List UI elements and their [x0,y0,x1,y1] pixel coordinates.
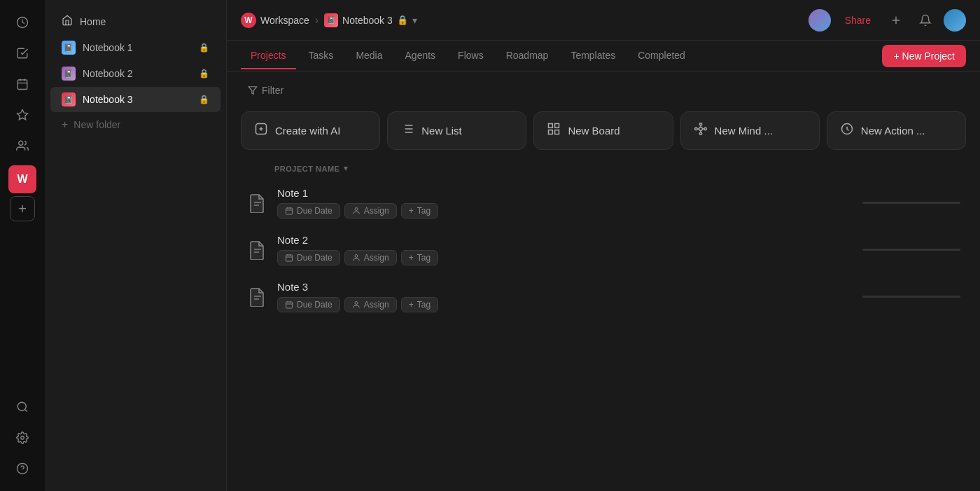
project-sort-header[interactable]: PROJECT NAME ▾ [241,161,966,180]
note-2-due-date-button[interactable]: Due Date [277,250,340,265]
note-1-tag-button[interactable]: + Tag [401,203,438,219]
project-row-note-3[interactable]: Note 3 Due Date Assign + Tag [241,274,966,319]
sidebar-icon-star[interactable] [8,101,36,129]
sidebar-item-notebook-1[interactable]: 📓 Notebook 1 🔒 [50,35,220,60]
note-3-doc-icon [246,286,269,308]
notebook-3-icon: 📓 [62,92,76,106]
svg-point-56 [355,302,358,305]
notebook-2-icon: 📓 [62,67,76,81]
new-project-button[interactable]: + New Project [882,45,966,67]
tab-roadmap[interactable]: Roadmap [496,43,559,69]
workspace-breadcrumb[interactable]: W Workspace [241,13,309,28]
note-3-actions [862,296,960,298]
left-sidebar: Home 📓 Notebook 1 🔒 📓 Notebook 2 🔒 📓 Not… [45,0,227,491]
assign-icon [352,207,360,215]
svg-rect-25 [549,130,553,134]
sidebar-item-home[interactable]: Home [50,9,220,34]
tab-templates[interactable]: Templates [561,43,625,69]
share-button[interactable]: Share [838,11,878,30]
notebook-breadcrumb-chevron-icon[interactable]: ▾ [412,15,417,26]
svg-rect-45 [286,255,293,261]
svg-point-27 [699,123,701,125]
svg-rect-23 [555,124,559,128]
sidebar-icon-help[interactable] [8,455,36,483]
sidebar-icon-users[interactable] [8,132,36,160]
note-1-actions [862,202,960,204]
tab-tasks[interactable]: Tasks [299,43,344,69]
new-action-label: New Action ... [861,125,925,137]
filter-label: Filter [262,85,284,96]
new-list-icon [400,122,414,139]
add-workspace-button[interactable]: + [10,196,35,221]
project-row-note-2[interactable]: Note 2 Due Date Assign + Tag [241,227,966,272]
tab-media[interactable]: Media [346,43,392,69]
add-button[interactable] [885,9,907,32]
avatar-user2[interactable] [944,9,966,32]
note-1-name: Note 1 [277,187,854,199]
avatar-user1[interactable] [808,9,831,32]
icon-sidebar: W + [0,0,45,491]
note-1-due-date-button[interactable]: Due Date [277,203,340,219]
due-date-icon [285,207,293,215]
filter-button[interactable]: Filter [241,81,290,100]
create-ai-card[interactable]: Create with AI [241,111,380,150]
new-list-label: New List [421,125,462,137]
svg-point-28 [699,132,701,134]
new-board-icon [547,122,561,139]
new-folder-button[interactable]: + New folder [50,113,220,137]
note-2-tag-button[interactable]: + Tag [401,250,438,265]
project-name-sort-label: PROJECT NAME [274,165,340,173]
due-date-3-icon [285,300,293,309]
note-1-tags: Due Date Assign + Tag [277,203,854,219]
notebook-breadcrumb[interactable]: 📓 Notebook 3 🔒 ▾ [324,13,417,27]
new-action-card[interactable]: New Action ... [827,111,966,150]
note-3-assign-button[interactable]: Assign [344,297,397,312]
tag-2-plus-icon: + [409,253,414,263]
svg-marker-14 [248,87,257,95]
sidebar-icon-check[interactable] [8,39,36,67]
svg-point-10 [18,464,28,474]
sort-chevron-icon: ▾ [344,164,349,173]
sidebar-icon-calendar[interactable] [8,70,36,98]
svg-point-7 [18,402,26,410]
header-actions: Share [808,9,966,32]
main-content: W Workspace › 📓 Notebook 3 🔒 ▾ Share [227,0,980,491]
new-mind-card[interactable]: New Mind ... [680,111,820,150]
new-list-card[interactable]: New List [387,111,526,150]
header: W Workspace › 📓 Notebook 3 🔒 ▾ Share [227,0,980,41]
note-2-assign-button[interactable]: Assign [344,250,397,265]
new-board-label: New Board [568,125,620,137]
sidebar-icon-settings[interactable] [8,424,36,452]
note-3-tag-button[interactable]: + Tag [401,297,438,312]
tab-flows[interactable]: Flows [448,43,493,69]
notebook-3-lock-icon: 🔒 [199,95,209,104]
new-board-card[interactable]: New Board [533,111,673,150]
note-1-progress-bar [862,202,960,204]
sidebar-icon-search[interactable] [8,393,36,421]
tab-agents[interactable]: Agents [396,43,446,69]
note-2-name: Note 2 [277,234,854,246]
workspace-button[interactable]: W [8,165,36,193]
note-3-due-date-button[interactable]: Due Date [277,297,340,312]
sidebar-icon-clock[interactable] [8,8,36,36]
svg-line-8 [24,409,27,411]
create-ai-label: Create with AI [275,125,340,137]
sidebar-item-notebook-2[interactable]: 📓 Notebook 2 🔒 [50,61,220,86]
notification-button[interactable] [914,9,937,32]
note-1-assign-button[interactable]: Assign [344,203,397,219]
tag-plus-icon: + [409,206,414,216]
notebook-1-icon: 📓 [62,41,76,55]
tab-projects[interactable]: Projects [241,43,296,69]
svg-point-9 [21,436,24,440]
assign-3-icon [352,300,360,309]
project-row-note-1[interactable]: Note 1 Due Date Assign + Tag [241,180,966,226]
svg-point-26 [699,127,702,131]
svg-point-49 [355,255,358,258]
sidebar-item-notebook-3[interactable]: 📓 Notebook 3 🔒 [50,87,220,112]
create-ai-icon [254,122,268,139]
notebook-2-lock-icon: 🔒 [199,69,209,78]
tag-3-plus-icon: + [409,300,414,310]
new-folder-plus-icon: + [62,118,68,131]
note-2-info: Note 2 Due Date Assign + Tag [277,234,854,265]
tab-completed[interactable]: Completed [628,43,695,69]
